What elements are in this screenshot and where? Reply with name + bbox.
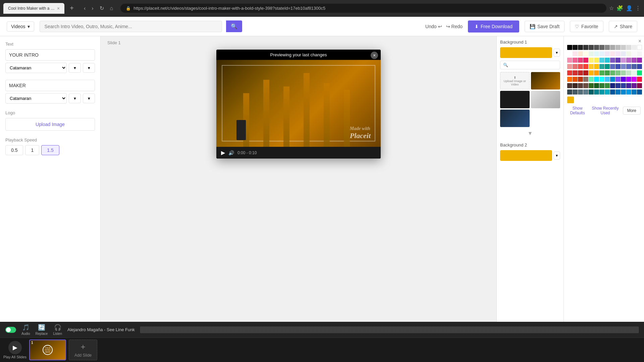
cp-swatch[interactable] [583, 45, 588, 50]
cp-swatch[interactable] [583, 58, 588, 63]
cp-swatch[interactable] [567, 64, 572, 69]
free-download-button[interactable]: ⬇ Free Download [468, 20, 519, 33]
cp-swatch[interactable] [589, 83, 594, 88]
cp-swatch[interactable] [594, 77, 599, 82]
audio-toggle[interactable] [5, 327, 16, 333]
font2-size-btn[interactable]: ▾ [69, 94, 81, 103]
cp-swatch[interactable] [605, 58, 610, 63]
cp-swatch[interactable] [583, 70, 588, 75]
show-recently-button[interactable]: Show Recently Used [590, 106, 620, 115]
cp-swatch[interactable] [599, 70, 604, 75]
favorite-button[interactable]: ♡ Favorite [570, 21, 603, 32]
text1-input[interactable] [5, 49, 95, 61]
cp-swatch[interactable] [567, 70, 572, 75]
cp-swatch[interactable] [578, 89, 583, 95]
cp-swatch[interactable] [573, 45, 578, 50]
font1-bold-btn[interactable]: ▾ [83, 63, 95, 73]
cp-swatch[interactable] [610, 70, 615, 75]
cp-swatch[interactable] [594, 70, 599, 75]
tab-close-icon[interactable]: × [57, 6, 60, 11]
cp-swatch[interactable] [621, 77, 626, 82]
cp-swatch[interactable] [583, 77, 588, 82]
cp-swatch[interactable] [615, 77, 621, 82]
cp-swatch[interactable] [626, 83, 631, 88]
font1-size-btn[interactable]: ▾ [69, 63, 81, 73]
address-bar[interactable]: 🔒 https://placeit.net/c/videos/stages/co… [120, 4, 606, 13]
cp-swatch[interactable] [578, 58, 583, 63]
videos-dropdown-button[interactable]: Videos ▾ [7, 21, 34, 32]
cp-swatch[interactable] [637, 64, 642, 69]
search-button[interactable]: 🔍 [226, 20, 242, 32]
cp-swatch[interactable] [599, 64, 604, 69]
cp-swatch[interactable] [621, 83, 626, 88]
cp-swatch[interactable] [621, 70, 626, 75]
cp-swatch[interactable] [583, 89, 588, 95]
play-all-button[interactable]: ▶ [8, 341, 22, 354]
cp-swatch[interactable] [589, 89, 594, 95]
cp-swatch[interactable] [567, 89, 572, 95]
cp-swatch[interactable] [578, 51, 583, 56]
cp-swatch[interactable] [573, 89, 578, 95]
cp-swatch[interactable] [594, 58, 599, 63]
scroll-down-button[interactable]: ▼ [500, 130, 560, 137]
cp-swatch[interactable] [578, 64, 583, 69]
bg2-swatch-dropdown[interactable]: ▾ [553, 152, 560, 160]
cp-swatch[interactable] [573, 51, 578, 56]
cp-swatch[interactable] [615, 83, 621, 88]
cp-swatch[interactable] [615, 64, 621, 69]
cp-swatch[interactable] [599, 45, 604, 50]
save-draft-button[interactable]: 💾 Save Draft [525, 21, 565, 32]
add-slide-button[interactable]: + Add Slide [69, 340, 97, 360]
back-button[interactable]: ‹ [82, 4, 88, 13]
redo-button[interactable]: ↪ Redo [446, 24, 463, 29]
forward-button[interactable]: › [90, 4, 95, 13]
cp-swatch[interactable] [599, 89, 604, 95]
upload-image-button[interactable]: Upload Image [5, 118, 95, 131]
new-tab-button[interactable]: + [67, 3, 76, 13]
cp-swatch[interactable] [610, 77, 615, 82]
yellow-accent-swatch[interactable] [567, 97, 574, 103]
cp-swatch[interactable] [632, 58, 637, 63]
cp-swatch[interactable] [610, 89, 615, 95]
cp-swatch[interactable] [610, 45, 615, 50]
speed-btn-1[interactable]: 1 [25, 145, 39, 155]
cp-swatch[interactable] [632, 70, 637, 75]
share-button[interactable]: ↗ Share [609, 21, 637, 32]
home-button[interactable]: ⌂ [108, 4, 115, 13]
cp-swatch[interactable] [594, 83, 599, 88]
cp-swatch[interactable] [589, 58, 594, 63]
cp-swatch[interactable] [632, 51, 637, 56]
cp-swatch[interactable] [626, 77, 631, 82]
bg-upload-thumb[interactable]: ⬆ Upload Image or Video [500, 72, 530, 89]
cp-swatch[interactable] [594, 45, 599, 50]
cp-swatch[interactable] [583, 51, 588, 56]
cp-swatch[interactable] [626, 45, 631, 50]
profile-icon[interactable]: 👤 [626, 5, 633, 11]
cp-swatch[interactable] [583, 64, 588, 69]
cp-swatch[interactable] [594, 51, 599, 56]
volume-icon[interactable]: 🔊 [228, 150, 234, 156]
cp-swatch[interactable] [573, 77, 578, 82]
cp-swatch[interactable] [589, 51, 594, 56]
cp-swatch[interactable] [589, 77, 594, 82]
cp-swatch[interactable] [621, 51, 626, 56]
cp-swatch[interactable] [599, 58, 604, 63]
text2-input[interactable] [5, 80, 95, 91]
cp-swatch[interactable] [637, 77, 642, 82]
cp-swatch[interactable] [594, 64, 599, 69]
cp-swatch[interactable] [637, 45, 642, 50]
cp-swatch[interactable] [615, 58, 621, 63]
bg1-color-swatch[interactable] [500, 47, 552, 58]
cp-swatch[interactable] [567, 77, 572, 82]
cp-swatch[interactable] [621, 89, 626, 95]
cp-swatch[interactable] [637, 89, 642, 95]
cp-swatch[interactable] [621, 64, 626, 69]
cp-swatch[interactable] [589, 64, 594, 69]
font2-select[interactable]: Catamaran [5, 93, 67, 104]
cp-swatch[interactable] [567, 83, 572, 88]
bg-thumb-4[interactable] [500, 110, 530, 127]
cp-swatch[interactable] [578, 45, 583, 50]
play-icon[interactable]: ▶ [221, 149, 225, 156]
search-input[interactable] [40, 21, 222, 32]
cp-swatch[interactable] [626, 89, 631, 95]
